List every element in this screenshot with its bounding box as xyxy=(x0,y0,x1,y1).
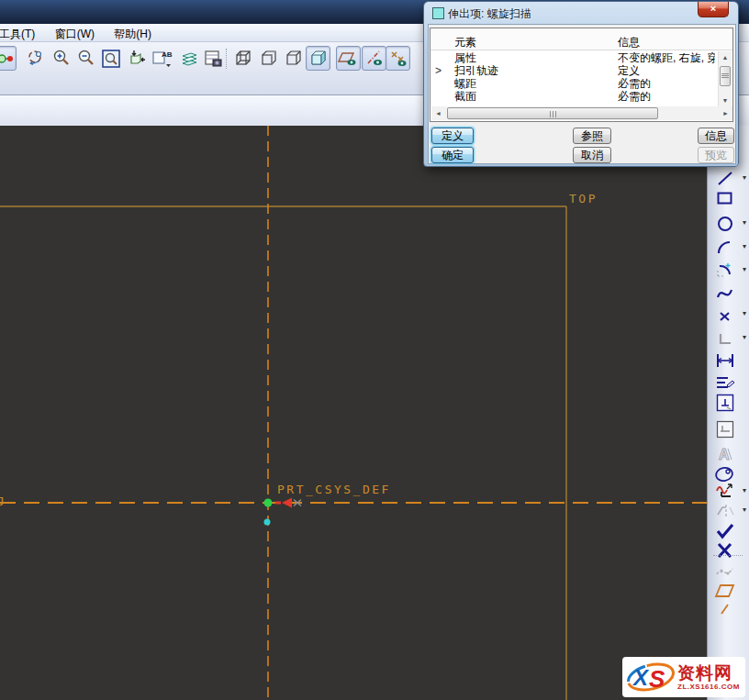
cancel-button[interactable]: 取消 xyxy=(573,147,611,163)
define-button[interactable]: 定义 xyxy=(431,128,474,144)
current-row-marker: > xyxy=(435,64,442,77)
menu-help[interactable]: 帮助(H) xyxy=(106,24,160,42)
repaint-icon xyxy=(126,49,146,69)
text-tool-button[interactable]: A xyxy=(712,444,738,464)
dialog-close-button[interactable]: × xyxy=(698,2,729,17)
scroll-left-arrow[interactable]: ◄ xyxy=(432,107,444,119)
mirror-dropdown-arrow[interactable]: ▾ xyxy=(740,506,749,514)
point-icon xyxy=(717,309,733,324)
text-icon: A xyxy=(715,445,735,463)
fillet-tool-button[interactable] xyxy=(712,261,738,281)
circle-dropdown-arrow[interactable]: ▾ xyxy=(740,218,749,227)
sketcher-toolbar: ▾ ▾ ▾ ▾ ▾ ▾ xyxy=(707,126,749,700)
line-tool-button[interactable] xyxy=(712,169,738,189)
datum-label-top: TOP xyxy=(569,192,598,206)
zoom-out-button[interactable] xyxy=(73,46,98,71)
trim-icon xyxy=(714,482,736,502)
cancel-x-icon xyxy=(715,541,735,560)
vertical-scroll-thumb[interactable] xyxy=(720,66,731,86)
partial-tool-button[interactable] xyxy=(712,599,738,619)
spin-center-icon xyxy=(0,49,15,69)
mirror-tool-button[interactable] xyxy=(712,501,738,521)
sketch-setup-tool-button[interactable] xyxy=(712,393,738,413)
menu-tools[interactable]: 工具(T) xyxy=(0,24,43,42)
orient-mode-icon xyxy=(26,49,46,69)
horizontal-scroll-thumb[interactable] xyxy=(447,107,658,119)
scroll-down-arrow[interactable]: ▼ xyxy=(720,95,731,106)
svg-text:S: S xyxy=(649,665,665,693)
table-row[interactable]: 螺距 必需的 xyxy=(430,77,718,90)
scroll-right-arrow[interactable]: ► xyxy=(720,107,732,119)
no-hidden-icon xyxy=(284,49,304,69)
table-row[interactable]: 属性 不变的螺距, 右旋, 穿 xyxy=(430,51,718,64)
orient-mode-button[interactable] xyxy=(23,46,48,71)
shaded-icon xyxy=(308,49,329,69)
line-icon xyxy=(715,170,735,188)
zoom-in-button[interactable] xyxy=(49,46,73,71)
scroll-up-arrow[interactable]: ▲ xyxy=(720,52,731,63)
wireframe-button[interactable] xyxy=(230,46,255,71)
dimension-tool-button[interactable] xyxy=(712,350,738,371)
column-header-element: 元素 xyxy=(454,35,476,50)
element-table: 元素 信息 属性 不变的螺距, 右旋, 穿 > 扫引轨迹 定义 螺距 必需的 xyxy=(430,28,733,122)
csys-tool-button[interactable] xyxy=(712,328,738,349)
datum-plane-display-icon xyxy=(338,49,360,69)
datum-plane-display-button[interactable] xyxy=(336,46,361,71)
modify-dimension-tool-button[interactable] xyxy=(712,372,738,393)
accept-button[interactable] xyxy=(712,520,738,540)
table-row[interactable]: > 扫引轨迹 定义 xyxy=(430,64,718,77)
menu-window[interactable]: 窗口(W) xyxy=(47,24,103,42)
datum-point-display-button[interactable] xyxy=(386,46,410,71)
trim-tool-button[interactable] xyxy=(712,482,738,502)
svg-text:AB: AB xyxy=(162,50,173,59)
specify-references-tool-button[interactable] xyxy=(712,419,738,439)
hidden-line-button[interactable] xyxy=(256,46,281,71)
point-tool-button[interactable] xyxy=(712,306,738,327)
arc-tool-button[interactable] xyxy=(712,238,738,258)
sketch-plane-button[interactable] xyxy=(712,581,738,601)
trim-dropdown-arrow[interactable]: ▾ xyxy=(740,486,749,494)
dimension-icon xyxy=(715,351,735,370)
spin-center-button[interactable] xyxy=(0,46,17,71)
rename-icon: AB xyxy=(151,49,173,69)
watermark-logo-icon: X S xyxy=(626,659,676,695)
axis-tick-marker xyxy=(275,502,281,505)
horizontal-scrollbar[interactable]: ◄ ► xyxy=(431,106,732,120)
rename-button[interactable]: AB xyxy=(150,46,174,71)
reference-button[interactable]: 参照 xyxy=(573,128,611,144)
fillet-dropdown-arrow[interactable]: ▾ xyxy=(740,265,749,273)
point-dropdown-arrow[interactable]: ▾ xyxy=(740,309,749,317)
zoom-refit-button[interactable] xyxy=(98,46,123,71)
ok-button[interactable]: 确定 xyxy=(431,147,474,163)
shaded-button[interactable] xyxy=(306,46,330,71)
rectangle-tool-button[interactable] xyxy=(712,188,738,208)
layers-button[interactable] xyxy=(176,46,201,71)
datum-axis-display-icon xyxy=(364,49,385,69)
repaint-button[interactable] xyxy=(123,46,148,71)
helical-sweep-dialog: 伸出项: 螺旋扫描 × 元素 信息 属性 不变的螺距, 右旋, 穿 > 扫引轨迹… xyxy=(423,1,739,167)
sketcher-toolbar-separator xyxy=(713,555,743,556)
csys-label: PRT_CSYS_DEF xyxy=(277,483,391,496)
sketch-orient-button[interactable] xyxy=(712,561,738,582)
rectangle-icon xyxy=(715,189,735,207)
line-dropdown-arrow[interactable]: ▾ xyxy=(740,173,749,182)
datum-axis-display-button[interactable] xyxy=(362,46,386,71)
zoom-refit-icon xyxy=(101,49,121,69)
view-manager-button[interactable] xyxy=(200,46,225,71)
cancel-sketch-button[interactable] xyxy=(712,540,738,561)
csys-dropdown-arrow[interactable]: ▾ xyxy=(740,333,749,341)
hidden-line-icon xyxy=(259,49,279,69)
graphics-viewport[interactable]: TOP PRT_CSYS_DEF J xyxy=(0,126,707,700)
info-button[interactable]: 信息 xyxy=(698,128,734,144)
sketch-setup-icon xyxy=(715,393,735,413)
arc-dropdown-arrow[interactable]: ▾ xyxy=(740,242,749,250)
table-row[interactable]: 截面 必需的 xyxy=(430,90,718,103)
direction-arrow-marker xyxy=(282,498,292,508)
spline-tool-button[interactable] xyxy=(712,283,738,304)
circle-tool-button[interactable] xyxy=(712,214,738,234)
no-hidden-button[interactable] xyxy=(281,46,306,71)
vertical-scrollbar[interactable]: ▲ ▼ xyxy=(718,51,732,107)
dialog-title: 伸出项: 螺旋扫描 xyxy=(448,6,531,22)
toolbar-group-separator xyxy=(226,49,227,69)
table-rows: 属性 不变的螺距, 右旋, 穿 > 扫引轨迹 定义 螺距 必需的 截面 必需的 xyxy=(430,51,718,107)
